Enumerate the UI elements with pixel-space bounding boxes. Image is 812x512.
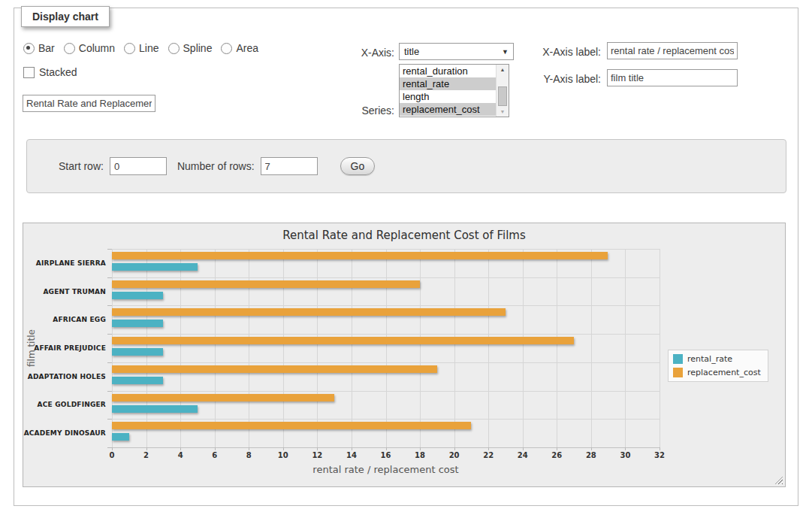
x-axis-tick-label: 28 (586, 451, 596, 459)
x-axis-tick-label: 20 (449, 451, 460, 459)
radio-column-control[interactable] (64, 43, 75, 54)
category-label: ACADEMY DINOSAUR (23, 429, 106, 437)
radio-area-label: Area (236, 42, 258, 54)
bar-rental_rate (112, 433, 129, 441)
y-axis-tick (107, 249, 112, 250)
gridline-horizontal (112, 277, 660, 278)
x-axis-tick (386, 447, 387, 450)
x-axis-tick (454, 447, 455, 450)
gridline-vertical (215, 249, 216, 447)
chart-panel: Rental Rate and Replacement Cost of Film… (23, 223, 786, 487)
legend-swatch-replacement-cost (673, 368, 683, 377)
bar-replacement_cost (112, 394, 334, 401)
radio-area-control[interactable] (221, 43, 232, 54)
x-axis-tick-label: 30 (620, 451, 630, 459)
bar-replacement_cost (112, 252, 608, 259)
x-axis-label-field-label: X-Axis label: (526, 46, 601, 58)
radio-spline-label: Spline (183, 42, 213, 54)
plot-area (112, 249, 660, 447)
go-button[interactable]: Go (340, 157, 376, 175)
resize-grip-icon[interactable] (775, 477, 783, 484)
series-select-label: Series: (334, 105, 394, 117)
series-scrollbar[interactable]: ▲ ▼ (496, 65, 509, 117)
y-axis-tick (107, 277, 112, 278)
gridline-horizontal (112, 391, 660, 392)
y-axis-tick (107, 334, 112, 335)
x-axis-tick-label: 6 (212, 451, 217, 459)
series-option-length[interactable]: length (400, 90, 509, 103)
radio-line[interactable]: Line (124, 42, 158, 54)
start-row-input[interactable] (110, 157, 167, 175)
radio-area[interactable]: Area (221, 42, 258, 54)
gridline-horizontal (112, 305, 660, 306)
stacked-option[interactable]: Stacked (23, 66, 77, 78)
legend-label-rental-rate: rental_rate (687, 354, 732, 364)
series-option-replacement-cost[interactable]: replacement_cost (400, 103, 509, 116)
bar-replacement_cost (112, 337, 574, 344)
gridline-horizontal (112, 249, 660, 250)
radio-bar-control[interactable] (23, 43, 35, 54)
radio-line-label: Line (139, 42, 158, 54)
row-controls-panel: Start row: Number of rows: Go (26, 139, 786, 193)
gridline-vertical (625, 249, 626, 447)
y-axis-tick (107, 362, 112, 363)
radio-spline-control[interactable] (168, 43, 180, 54)
x-axis-tick-label: 26 (551, 451, 562, 459)
y-axis-tick (107, 419, 112, 420)
chart-title-input[interactable] (23, 95, 155, 112)
x-axis-tick (112, 447, 113, 450)
chart-x-axis-title: rental rate / replacement cost (112, 464, 660, 475)
gridline-horizontal (112, 419, 660, 420)
x-axis-tick (557, 447, 557, 450)
bar-replacement_cost (112, 308, 506, 316)
scroll-up-icon[interactable]: ▲ (497, 65, 509, 74)
x-axis-tick (488, 447, 489, 450)
category-label: ACE GOLDFINGER (23, 401, 106, 408)
series-option-rental-duration[interactable]: rental_duration (400, 65, 509, 77)
legend-item-replacement-cost[interactable]: replacement_cost (673, 368, 761, 377)
radio-bar-label: Bar (38, 42, 55, 54)
page: Display chart Bar Column Line Spline Are… (0, 0, 812, 512)
radio-bar[interactable]: Bar (23, 42, 55, 54)
x-axis-select-label: X-Axis: (334, 47, 394, 59)
bar-rental_rate (112, 263, 198, 271)
radio-column[interactable]: Column (64, 42, 115, 54)
x-axis-tick (660, 447, 660, 450)
start-row-label: Start row: (59, 160, 104, 172)
stacked-checkbox[interactable] (23, 67, 35, 78)
series-option-rental-rate[interactable]: rental_rate (400, 77, 509, 90)
x-axis-tick-label: 0 (110, 451, 115, 459)
x-axis-tick (352, 447, 352, 450)
category-label: ADAPTATION HOLES (23, 373, 106, 380)
y-axis-tick (107, 391, 112, 392)
gridline-vertical (352, 249, 352, 447)
gridline-horizontal (112, 334, 660, 335)
x-axis-select[interactable]: title ▼ (399, 43, 514, 60)
x-axis-tick-label: 32 (654, 451, 665, 459)
bar-rental_rate (112, 320, 163, 327)
radio-spline[interactable]: Spline (168, 42, 213, 54)
x-axis-tick (215, 447, 216, 450)
category-label: AFFAIR PREJUDICE (23, 344, 106, 352)
num-rows-input[interactable] (261, 157, 318, 175)
x-axis-tick (180, 447, 181, 450)
x-axis-tick-label: 14 (346, 451, 357, 459)
series-multiselect[interactable]: rental_duration rental_rate length repla… (399, 64, 509, 117)
x-axis-tick (523, 447, 524, 450)
scroll-down-icon[interactable]: ▼ (497, 107, 509, 117)
y-axis-label-input[interactable] (607, 69, 738, 86)
x-axis-tick (625, 447, 626, 450)
x-axis-tick (146, 447, 147, 450)
radio-line-control[interactable] (124, 43, 135, 54)
chart-legend: rental_rate replacement_cost (668, 350, 768, 382)
legend-item-rental-rate[interactable]: rental_rate (673, 354, 761, 364)
x-axis-tick-label: 4 (178, 451, 183, 459)
x-axis-tick-label: 24 (518, 451, 528, 459)
bar-rental_rate (112, 377, 163, 384)
x-axis-label-input[interactable] (607, 42, 738, 59)
chart-type-radio-group: Bar Column Line Spline Area (23, 42, 267, 54)
scrollbar-thumb[interactable] (498, 86, 507, 106)
x-axis-tick (317, 447, 318, 450)
bar-rental_rate (112, 292, 163, 299)
x-axis-tick (591, 447, 592, 450)
